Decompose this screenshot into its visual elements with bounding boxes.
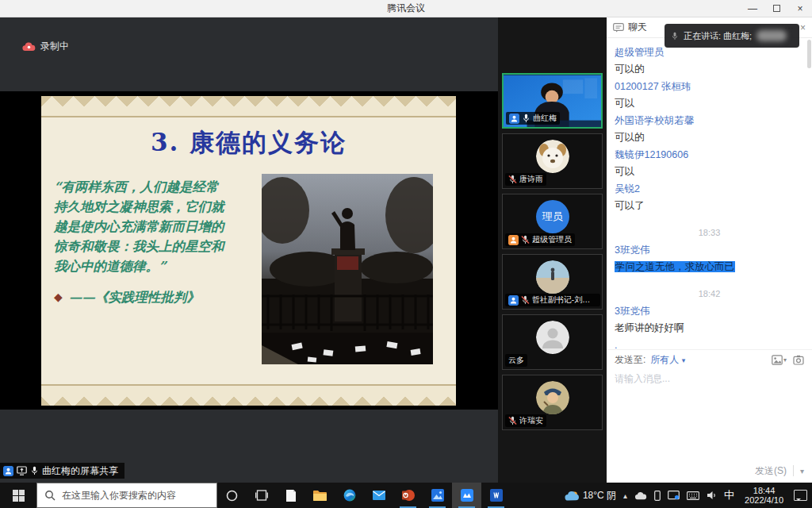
participant-name: 曲红梅 xyxy=(533,113,557,124)
participant-name: 超级管理员 xyxy=(532,234,572,245)
blurred-names xyxy=(756,30,787,41)
participant-label: 曲红梅 xyxy=(506,112,560,125)
shared-screen: 3. 康德的义务论 “有两样东西，人们越是经常 持久地对之凝神思索，它们就 越是… xyxy=(0,91,498,410)
action-center-icon[interactable] xyxy=(794,490,807,501)
cortana-icon[interactable] xyxy=(217,483,247,508)
powerpoint-icon[interactable] xyxy=(393,483,423,508)
chat-scrollbar[interactable] xyxy=(807,40,811,68)
participant-name: 唐诗雨 xyxy=(519,174,543,185)
minimize-button[interactable]: — xyxy=(741,0,764,17)
mic-on-icon xyxy=(30,466,39,475)
participant-tile[interactable]: 哲社副书记-刘培强 xyxy=(502,254,603,310)
chat-input-area[interactable] xyxy=(607,387,812,459)
chat-sender: 3班党伟 xyxy=(615,244,804,256)
restore-icon xyxy=(773,5,780,12)
participant-label: 哲社副书记-刘培强 xyxy=(505,294,600,306)
recording-label: 录制中 xyxy=(40,40,69,53)
participant-label: 唐诗雨 xyxy=(505,173,546,186)
file-explorer-icon[interactable] xyxy=(305,483,335,508)
windows-logo-icon xyxy=(13,490,25,502)
weather-widget[interactable]: 18°C 阴 xyxy=(565,489,616,502)
chat-timestamp: 18:33 xyxy=(615,226,804,239)
send-to-bar: 发送至: 所有人 ▾ ▾ xyxy=(607,349,812,370)
chevron-down-icon: ▾ xyxy=(682,356,686,364)
send-to-dropdown[interactable]: 所有人 ▾ xyxy=(650,353,685,367)
chat-sender: 吴锐2 xyxy=(615,183,804,195)
send-button[interactable]: 发送(S) xyxy=(755,464,787,478)
tray-date: 2022/4/10 xyxy=(745,495,783,505)
chat-sender: 超级管理员 xyxy=(615,46,804,59)
recording-indicator[interactable]: 录制中 xyxy=(22,40,69,53)
close-button[interactable]: × xyxy=(788,0,812,17)
slide-bottom-border xyxy=(41,384,456,406)
participant-tile[interactable]: 许瑞安 xyxy=(502,375,603,430)
member-role-icon xyxy=(509,114,519,124)
chat-sender: 魏镜伊12190606 xyxy=(615,148,804,161)
shared-screen-stage: 录制中 3. 康德的义务论 “有两样东西，人们越是经常 持久地对之凝神思索，它们… xyxy=(0,17,498,483)
chat-sender: . xyxy=(615,339,804,349)
mic-muted-icon xyxy=(521,295,530,305)
share-label-text: 曲红梅的屏幕共享 xyxy=(42,464,118,478)
task-view-icon[interactable] xyxy=(247,483,276,508)
send-row: 发送(S) ▾ xyxy=(607,459,812,483)
chat-message-input[interactable] xyxy=(607,370,812,387)
participant-tile[interactable]: 曲红梅 xyxy=(502,73,603,129)
chat-message: 可以的 xyxy=(615,131,804,144)
speaking-toast: 正在讲话: 曲红梅; xyxy=(665,24,799,48)
weather-text: 18°C 阴 xyxy=(583,489,616,502)
quote-line: 持久地对之凝神思索，它们就 xyxy=(54,197,266,217)
mic-muted-icon xyxy=(508,416,517,425)
host-role-icon xyxy=(508,235,519,245)
screenshot-button[interactable] xyxy=(793,355,804,365)
word-icon[interactable] xyxy=(481,483,511,508)
attribution-text: ——《实践理性批判》 xyxy=(69,287,200,307)
restore-button[interactable] xyxy=(764,0,788,17)
screen-share-status: 曲红梅的屏幕共享 xyxy=(0,463,124,479)
chat-sender: 3班党伟 xyxy=(615,305,804,318)
notepad-icon[interactable] xyxy=(276,483,305,508)
weather-cloud-icon xyxy=(565,491,579,501)
member-role-icon xyxy=(508,295,519,306)
search-input[interactable] xyxy=(62,490,197,501)
participant-list: 曲红梅 唐诗雨 理员 超级管理员 xyxy=(498,17,607,483)
onedrive-icon[interactable] xyxy=(634,491,647,500)
mail-icon[interactable] xyxy=(364,483,393,508)
system-tray: 18°C 阴 ▴ 中 18:44 xyxy=(565,483,812,508)
participant-tile[interactable]: 云多 xyxy=(502,314,603,370)
mic-muted-icon xyxy=(508,175,517,184)
send-options-button[interactable]: ▾ xyxy=(800,467,804,475)
mic-muted-icon xyxy=(521,235,530,244)
start-button[interactable] xyxy=(0,483,36,508)
tencent-meeting-icon[interactable] xyxy=(452,483,481,508)
phone-icon[interactable] xyxy=(654,491,661,501)
photos-icon[interactable] xyxy=(423,483,452,508)
speaker-icon[interactable] xyxy=(707,491,717,500)
edge-icon[interactable] xyxy=(335,483,364,508)
chat-panel: 聊天 ··· × 超级管理员可以的01200127 张桓玮可以外国语学校胡若馨可… xyxy=(607,17,812,483)
participant-tile[interactable]: 理员 超级管理员 xyxy=(502,194,603,249)
display-notification-icon[interactable] xyxy=(668,491,680,500)
participant-label: 超级管理员 xyxy=(505,233,575,246)
touch-keyboard-icon[interactable] xyxy=(687,491,699,500)
chevron-down-icon: ▾ xyxy=(783,356,787,364)
image-attach-button[interactable]: ▾ xyxy=(772,355,787,365)
quote-line: “有两样东西，人们越是经常 xyxy=(54,177,266,197)
clock[interactable]: 18:44 2022/4/10 xyxy=(741,486,787,505)
text-avatar: 理员 xyxy=(536,200,569,233)
chat-message-list[interactable]: 超级管理员可以的01200127 张桓玮可以外国语学校胡若馨可以的魏镜伊1219… xyxy=(607,38,812,349)
quote-line: 越是使内心充满常新而日增的 xyxy=(54,217,266,237)
chat-message: 可以 xyxy=(615,165,804,178)
statue-photo xyxy=(262,174,433,364)
tray-time: 18:44 xyxy=(745,486,783,495)
send-to-label: 发送至: xyxy=(615,353,645,367)
photo-avatar xyxy=(536,260,569,294)
recording-cloud-icon xyxy=(22,42,36,52)
default-avatar xyxy=(536,321,569,354)
quote-line: 我心中的道德律。” xyxy=(54,256,266,276)
chat-close-button[interactable]: × xyxy=(800,22,806,33)
taskbar-search[interactable] xyxy=(36,483,217,508)
ime-indicator[interactable]: 中 xyxy=(724,488,734,502)
tray-chevron-icon[interactable]: ▴ xyxy=(623,491,627,500)
participant-label: 云多 xyxy=(505,354,527,367)
participant-tile[interactable]: 唐诗雨 xyxy=(502,133,603,189)
